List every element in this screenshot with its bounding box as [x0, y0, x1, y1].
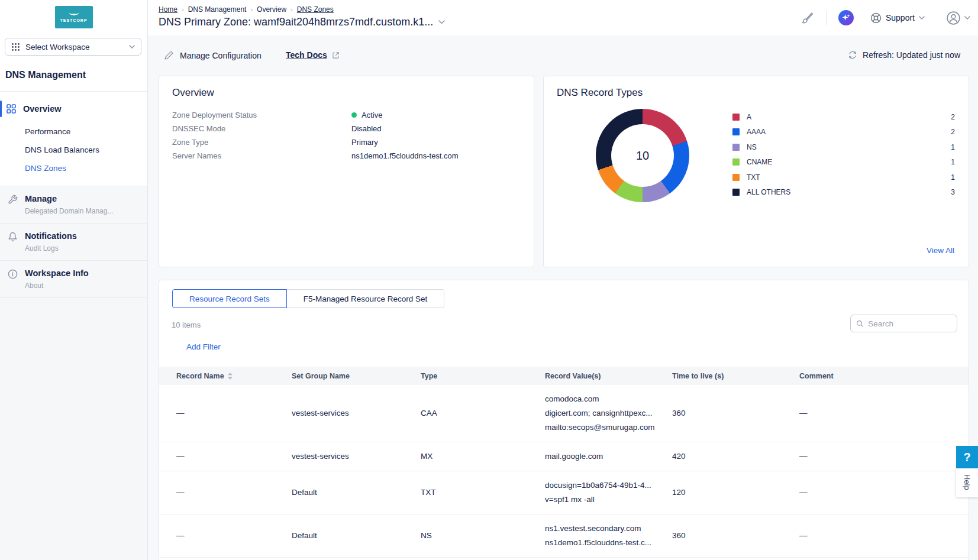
manage-configuration-button[interactable]: Manage Configuration	[164, 50, 262, 60]
search-box[interactable]	[850, 315, 957, 332]
sidebar-item-overview[interactable]: Overview	[0, 99, 147, 119]
sidebar-item-manage[interactable]: Manage Delegated Domain Manag...	[0, 186, 147, 224]
lifebuoy-icon	[870, 12, 882, 24]
overview-card: Overview Zone Deployment StatusActiveDNS…	[159, 76, 534, 267]
manage-configuration-label: Manage Configuration	[180, 51, 262, 60]
active-indicator	[0, 101, 2, 117]
refresh-label: Refresh: Updated just now	[863, 50, 960, 60]
sidebar-item-workspace-info[interactable]: Workspace Info About	[0, 261, 147, 298]
external-link-icon	[332, 51, 340, 59]
add-filter-label: Add Filter	[186, 342, 221, 351]
table-row[interactable]: —DefaultNSns1.vestest.secondary.comns1de…	[159, 514, 969, 558]
tab-resource-record-sets[interactable]: Resource Record Sets	[172, 289, 287, 308]
overview-fields: Zone Deployment StatusActiveDNSSEC ModeD…	[172, 108, 521, 163]
cell-record-name: —	[176, 449, 292, 464]
resource-records-card: Resource Record Sets F5-Managed Resource…	[159, 280, 969, 560]
cell-type: NS	[421, 529, 545, 543]
column-header-record-value-s-: Record Value(s)	[545, 372, 672, 380]
overview-field-row: DNSSEC ModeDisabled	[172, 122, 521, 135]
column-header-record-name[interactable]: Record Name	[176, 372, 292, 380]
search-input[interactable]	[868, 319, 951, 328]
help-question-button[interactable]: ?	[956, 446, 978, 468]
sidebar-title: DNS Management	[5, 70, 147, 80]
breadcrumb-item-home[interactable]: Home	[159, 5, 177, 14]
sidebar-item-overview-label: Overview	[23, 104, 62, 114]
overview-field-row: Server Namesns1demo1.f5clouddns-test.com	[172, 149, 521, 163]
cell-set-group-name: Default	[292, 485, 421, 500]
record-set-tabs: Resource Record Sets F5-Managed Resource…	[172, 289, 444, 308]
chevron-down-icon	[919, 16, 925, 20]
legend-item-all-others: ALL OTHERS3	[732, 185, 955, 200]
table-row[interactable]: —vestest-servicesMXmail.google.com420—	[159, 442, 969, 471]
wrench-icon	[8, 195, 18, 205]
info-icon	[8, 269, 18, 279]
donut-total: 10	[636, 149, 649, 163]
legend-item-aaaa: AAAA2	[732, 125, 955, 140]
sidebar-item-notifications[interactable]: Notifications Audit Logs	[0, 224, 147, 261]
cell-ttl: 360	[672, 529, 799, 543]
view-all-link[interactable]: View All	[927, 246, 954, 255]
cell-comment: —	[799, 485, 969, 500]
field-value: ns1demo1.f5clouddns-test.com	[351, 151, 459, 160]
sidebar: TESTCORP Select Workspace DNS Management…	[0, 0, 148, 560]
overview-card-title: Overview	[172, 87, 214, 99]
avatar-icon	[946, 11, 961, 25]
refresh-icon	[848, 50, 857, 60]
workspace-selector-label: Select Workspace	[25, 43, 124, 51]
cell-ttl: 120	[672, 485, 799, 500]
column-header-time-to-live-s-: Time to live (s)	[672, 372, 799, 380]
overview-field-row: Zone Deployment StatusActive	[172, 108, 521, 122]
cell-type: MX	[421, 449, 545, 464]
sidebar-item-manage-sublabel: Delegated Domain Manag...	[25, 207, 147, 215]
workspace-selector[interactable]: Select Workspace	[5, 38, 141, 56]
testcorp-logo[interactable]: TESTCORP	[55, 6, 93, 28]
tech-docs-link[interactable]: Tech Docs	[286, 50, 340, 60]
legend-count: 3	[951, 188, 955, 196]
breadcrumb-item-dns-management: DNS Management	[188, 5, 247, 14]
sidebar-item-notifications-sublabel: Audit Logs	[25, 244, 147, 253]
title-chevron-down-icon[interactable]	[438, 20, 445, 24]
legend-swatch-icon	[732, 144, 740, 151]
legend-swatch-icon	[732, 189, 740, 196]
help-widget: ? Help	[956, 446, 978, 497]
ai-assistant-button[interactable]	[838, 10, 854, 25]
sort-icon[interactable]	[228, 373, 233, 380]
legend-count: 1	[951, 158, 955, 166]
topbar: Home›DNS Management›Overview›DNS Zones D…	[148, 0, 978, 35]
cell-record-name: —	[176, 529, 292, 543]
table-row[interactable]: —vestest-servicesCAAcomodoca.comdigicert…	[159, 385, 969, 442]
sidebar-item-dns-load-balancers[interactable]: DNS Load Balancers	[0, 141, 147, 159]
cell-set-group-name: vestest-services	[292, 449, 421, 464]
search-icon	[856, 319, 864, 328]
divider	[0, 91, 147, 92]
field-label: Server Names	[172, 151, 351, 160]
table-row[interactable]: —DefaultTXTdocusign=1b0a6754-49b1-4...v=…	[159, 471, 969, 514]
account-menu[interactable]	[946, 11, 970, 25]
column-header-type: Type	[421, 372, 545, 380]
donut-center: 10	[611, 124, 674, 187]
add-filter-button[interactable]: Add Filter	[172, 342, 221, 351]
field-label: DNSSEC Mode	[172, 124, 351, 133]
cell-record-values: comodoca.comdigicert.com; cansignhttpexc…	[545, 392, 672, 435]
topbar-actions: Support	[801, 0, 970, 35]
field-value: Disabled	[351, 124, 382, 133]
refresh-button[interactable]: Refresh: Updated just now	[848, 50, 960, 60]
legend-count: 2	[951, 113, 955, 121]
sidebar-item-performance[interactable]: Performance	[0, 122, 147, 141]
breadcrumb-item-dns-zones[interactable]: DNS Zones	[297, 5, 334, 14]
table-row[interactable]: —DefaultAAAA1111:1111...300—	[159, 558, 969, 560]
support-menu[interactable]: Support	[870, 12, 925, 24]
legend-label: NS	[747, 143, 951, 151]
tab-f5-managed-record-set[interactable]: F5-Managed Resource Record Set	[287, 289, 444, 308]
breadcrumb-item-overview: Overview	[257, 5, 286, 14]
cell-comment: —	[799, 529, 969, 543]
legend-count: 1	[951, 143, 955, 151]
status-dot-icon	[351, 112, 357, 118]
breadcrumb-separator: ›	[291, 6, 293, 13]
chart-legend: A2AAAA2NS1CNAME1TXT1ALL OTHERS3	[732, 109, 955, 200]
paintbrush-icon[interactable]	[801, 11, 814, 24]
help-tab[interactable]: Help	[956, 468, 978, 497]
logo-band: TESTCORP	[0, 0, 147, 34]
sidebar-item-dns-zones[interactable]: DNS Zones	[0, 159, 147, 177]
record-types-donut-chart[interactable]: 10	[596, 109, 689, 202]
